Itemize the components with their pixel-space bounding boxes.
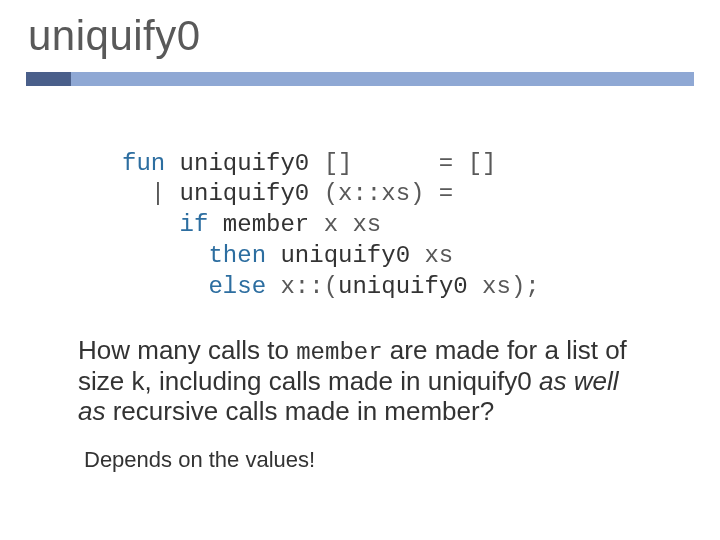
answer-text: Depends on the values! [84, 447, 694, 473]
code-line-2: | uniquify0 (x::xs) = [122, 180, 453, 207]
code-line-1: fun uniquify0 [] = [] [122, 150, 496, 177]
code-line-4: then uniquify0 xs [122, 242, 453, 269]
question-text: How many calls to member are made for a … [78, 336, 636, 426]
code-line-5: else x::(uniquify0 xs); [122, 273, 540, 300]
slide-title: uniquify0 [28, 12, 694, 60]
member-inline: member [296, 339, 382, 366]
slide: uniquify0 fun uniquify0 [] = [] | uniqui… [0, 0, 720, 540]
code-line-3: if member x xs [122, 211, 381, 238]
code-block: fun uniquify0 [] = [] | uniquify0 (x::xs… [122, 118, 694, 302]
title-rule [26, 72, 694, 86]
